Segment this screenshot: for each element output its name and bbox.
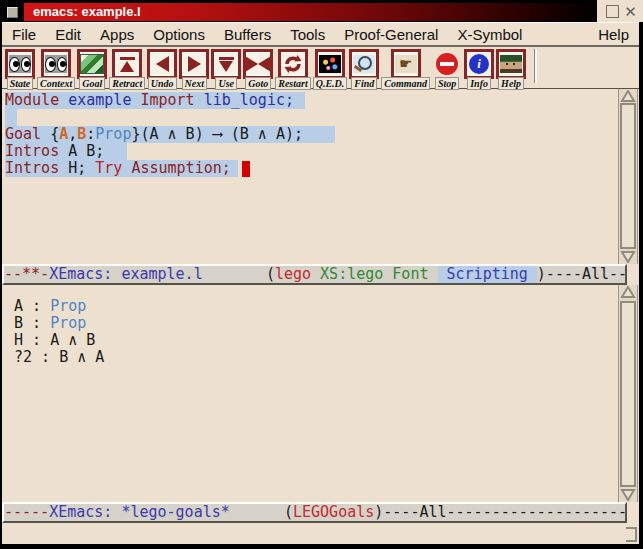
restart-button[interactable]: Restart <box>275 49 310 90</box>
text-cursor <box>242 161 250 177</box>
menu-tools[interactable]: Tools <box>290 26 325 43</box>
text-segment: A B; <box>59 142 104 160</box>
minibuffer-scroll-corner <box>626 527 637 542</box>
script-scrollbar[interactable] <box>618 89 638 264</box>
text-segment <box>59 91 68 109</box>
menu-help[interactable]: Help <box>598 26 629 43</box>
text-segment: lego <box>275 265 311 283</box>
menu-x-symbol[interactable]: X-Symbol <box>457 26 522 43</box>
text-segment: Intros <box>5 142 59 160</box>
retract-button[interactable]: Retract <box>109 49 145 90</box>
window-title: emacs: example.l <box>24 3 596 21</box>
use-button[interactable]: Use <box>211 49 241 90</box>
text-segment <box>195 91 204 109</box>
locked-region-highlight <box>5 109 17 126</box>
retract-to-top-icon <box>120 57 135 72</box>
circular-arrows-icon <box>282 53 304 75</box>
buffer-line <box>2 109 618 126</box>
buffer-line: Intros A B; <box>2 143 618 160</box>
buffer-line: Intros H; Try Assumption; <box>2 160 618 177</box>
text-segment: Prop <box>50 314 86 332</box>
scroll-down-icon[interactable] <box>619 250 637 264</box>
buffer-line: H : A ∧ B <box>2 332 618 349</box>
eyes-icon <box>9 55 31 73</box>
left-triangle-icon <box>156 56 169 72</box>
help-button[interactable]: Help <box>496 49 526 90</box>
text-segment: A : <box>5 297 50 315</box>
scroll-down-icon[interactable] <box>619 488 637 502</box>
text-segment: Scripting <box>438 265 537 283</box>
text-segment: H : A ∧ B <box>5 331 95 349</box>
text-segment: ( <box>203 265 275 283</box>
text-segment: B : <box>5 314 50 332</box>
locked-region-highlight: Goal {A,B:Prop}(A ∧ B) ⟶ (B ∧ A); <box>5 126 335 143</box>
menu-apps[interactable]: Apps <box>100 26 134 43</box>
right-triangle-icon <box>188 56 201 72</box>
pointing-hand-icon <box>395 55 417 73</box>
menu-edit[interactable]: Edit <box>55 26 81 43</box>
undo-button[interactable]: Undo <box>147 49 177 90</box>
picture-icon <box>80 54 104 74</box>
stop-button[interactable]: Stop <box>432 49 462 90</box>
buffer-line: ?2 : B ∧ A <box>2 349 618 366</box>
no-entry-icon <box>436 53 458 75</box>
modeline-script: --**-XEmacs: example.l (lego XS:lego Fon… <box>2 264 627 285</box>
text-segment: B <box>77 125 86 143</box>
text-segment: { <box>41 125 59 143</box>
text-segment: ?2 : B ∧ A <box>5 348 104 366</box>
buffer-line: A : Prop <box>2 298 618 315</box>
text-segment: XEmacs: *lego-goals* <box>49 503 230 521</box>
fireworks-icon <box>319 55 341 73</box>
magnifier-icon <box>353 55 375 73</box>
buffer-line: B : Prop <box>2 315 618 332</box>
text-segment: lib_logic; <box>204 91 294 109</box>
goto-button[interactable]: Goto <box>243 49 273 90</box>
find-button[interactable]: Find <box>349 49 379 90</box>
scroll-up-icon[interactable] <box>619 89 637 103</box>
menu-bar: File Edit Apps Options Buffers Tools Pro… <box>2 22 639 47</box>
use-to-bottom-icon <box>219 57 234 72</box>
locked-region-highlight: Intros A B; <box>5 143 127 160</box>
text-segment: XEmacs: example.l <box>49 265 203 283</box>
frame-content: File Edit Apps Options Buffers Tools Pro… <box>2 22 639 544</box>
text-segment: ( <box>230 503 293 521</box>
goal-button[interactable]: Goal <box>77 49 107 90</box>
info-icon <box>469 54 489 74</box>
next-button[interactable]: Next <box>179 49 209 90</box>
menu-buffers[interactable]: Buffers <box>224 26 271 43</box>
title-bar[interactable]: emacs: example.l <box>0 0 643 22</box>
minibuffer[interactable] <box>2 523 639 544</box>
face-photo-icon <box>500 55 522 73</box>
buffer-line: Module example Import lib_logic; <box>2 92 618 109</box>
scrollbar-thumb[interactable] <box>620 103 636 249</box>
maximize-icon[interactable] <box>606 5 619 18</box>
info-button[interactable]: Info <box>464 49 494 90</box>
qed-button[interactable]: Q.E.D. <box>313 49 348 90</box>
text-segment: : <box>86 125 95 143</box>
goals-scrollbar[interactable] <box>618 285 638 502</box>
window-menu-button[interactable] <box>7 7 18 18</box>
text-segment: Try <box>95 159 122 177</box>
text-segment: A <box>59 125 68 143</box>
locked-region-highlight: Module example Import lib_logic; <box>5 92 305 109</box>
toolbar: State Context Goal Retract Undo Next <box>2 47 639 89</box>
bowtie-triangles-icon <box>245 56 271 72</box>
text-segment: , <box>68 125 77 143</box>
text-segment: Assumption; <box>131 159 230 177</box>
menu-options[interactable]: Options <box>153 26 205 43</box>
text-segment: )----All-------------------- <box>374 503 627 521</box>
state-button[interactable]: State <box>5 49 35 90</box>
menu-proof-general[interactable]: Proof-General <box>344 26 438 43</box>
script-buffer[interactable]: Module example Import lib_logic;Goal {A,… <box>2 89 618 267</box>
goals-buffer[interactable]: A : Prop B : Prop H : A ∧ B ?2 : B ∧ A <box>2 285 618 515</box>
scrollbar-thumb[interactable] <box>620 301 636 487</box>
scroll-up-icon[interactable] <box>619 285 637 299</box>
close-icon[interactable] <box>624 5 637 18</box>
menu-file[interactable]: File <box>12 26 36 43</box>
text-segment: Prop <box>95 125 131 143</box>
text-segment <box>428 265 437 283</box>
text-segment: Intros <box>5 159 59 177</box>
context-button[interactable]: Context <box>37 49 75 90</box>
command-button[interactable]: Command <box>381 49 430 90</box>
text-segment <box>311 265 320 283</box>
